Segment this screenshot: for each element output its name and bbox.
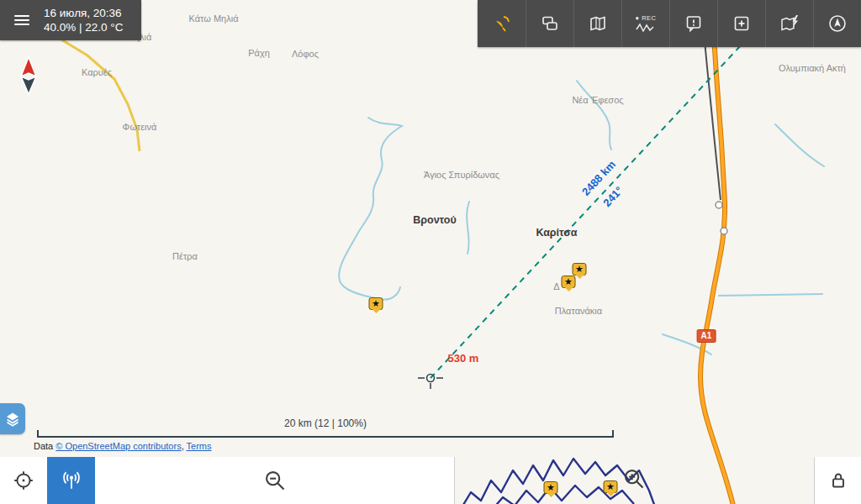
map-place-label: Βροντού bbox=[413, 214, 457, 226]
topbar-widgets: ● REC bbox=[478, 0, 861, 47]
battery-temperature-label: 40.0% | 22.0 °C bbox=[44, 20, 123, 34]
favorite-marker[interactable]: ★ bbox=[573, 263, 587, 276]
map-place-label: Νέα Έφεσος bbox=[572, 95, 623, 105]
map-place-label: Πέτρα bbox=[172, 251, 198, 261]
zoom-out-button[interactable] bbox=[95, 457, 454, 504]
datetime-label: 16 июля, 20:36 bbox=[44, 6, 123, 20]
offline-maps-button[interactable] bbox=[765, 0, 813, 47]
menu-button[interactable] bbox=[0, 0, 44, 40]
favorite-marker[interactable]: ★ bbox=[604, 480, 618, 493]
lock-icon bbox=[827, 470, 849, 491]
map-place-label: Άγιος Σπυρίδωνας bbox=[424, 170, 499, 180]
map-place-label: Κάτω Μηλιά bbox=[189, 13, 239, 24]
elevation-label: 530 m bbox=[448, 352, 479, 365]
waveform-icon bbox=[636, 23, 656, 33]
terms-link[interactable]: Terms bbox=[187, 441, 212, 451]
notes-widget-button[interactable] bbox=[526, 0, 573, 47]
scale-line bbox=[37, 430, 614, 438]
compass-rose[interactable] bbox=[16, 55, 41, 96]
map-place-label: Πλατανάκια bbox=[555, 306, 602, 316]
antenna-tracking-button[interactable] bbox=[47, 457, 95, 504]
topbar-status-widget: 16 июля, 20:36 40.0% | 22.0 °C bbox=[0, 0, 141, 40]
compass-arrow-icon bbox=[827, 13, 848, 34]
report-issue-button[interactable] bbox=[669, 0, 717, 47]
map-place-label: Ολυμπιακή Ακτή bbox=[779, 63, 846, 73]
antenna-broadcast-icon bbox=[61, 470, 82, 491]
map-app-screen: Κάτω ΜηλιάΜεσαία ΜηλιάΡάχηΛόφοςΚαρυέςΦωτ… bbox=[0, 0, 861, 504]
star-icon: ★ bbox=[564, 277, 573, 286]
map-place-label: Λόφος bbox=[292, 49, 319, 59]
hamburger-icon bbox=[12, 10, 32, 30]
add-widget-button[interactable] bbox=[717, 0, 765, 47]
plus-box-icon bbox=[732, 13, 752, 34]
zoom-out-icon bbox=[263, 469, 287, 492]
star-icon: ★ bbox=[575, 265, 584, 274]
zoom-in-icon bbox=[622, 467, 646, 491]
bottom-toolbar-left bbox=[0, 457, 455, 504]
road-badge-a1: A1 bbox=[697, 329, 716, 343]
map-scale-bar: 20 km (12 | 100%) bbox=[37, 417, 614, 438]
map-place-label: Ράχη bbox=[248, 48, 270, 58]
location-target-icon bbox=[13, 470, 34, 491]
navigation-compass-button[interactable] bbox=[813, 0, 861, 47]
notes-icon bbox=[540, 13, 560, 34]
map-place-label: Καρίτσα bbox=[536, 227, 577, 239]
compass-needle-icon bbox=[16, 55, 41, 96]
map-source-button[interactable] bbox=[573, 0, 621, 47]
star-icon: ★ bbox=[372, 299, 380, 308]
rec-label: ● REC bbox=[636, 14, 657, 22]
star-icon: ★ bbox=[547, 483, 555, 492]
scale-label: 20 km (12 | 100%) bbox=[37, 417, 614, 429]
map-icon bbox=[588, 13, 608, 34]
favorite-marker[interactable]: ★ bbox=[562, 276, 576, 288]
warning-bubble-icon bbox=[684, 13, 704, 34]
screen-lock-button[interactable] bbox=[814, 457, 861, 504]
favorite-marker[interactable]: ★ bbox=[544, 481, 558, 494]
map-flash-icon bbox=[779, 13, 800, 34]
my-location-button[interactable] bbox=[0, 457, 47, 504]
audio-rec-widget-button[interactable]: ● REC bbox=[621, 0, 669, 47]
zoom-in-button[interactable] bbox=[622, 467, 646, 494]
attribution-prefix: Data bbox=[34, 441, 55, 451]
osm-contributors-link[interactable]: © OpenStreetMap contributors bbox=[55, 441, 181, 451]
map-attribution: Data © OpenStreetMap contributors, Terms bbox=[34, 441, 212, 451]
gps-satellite-button[interactable] bbox=[478, 0, 526, 47]
map-place-label: Φωτεινά bbox=[123, 122, 157, 132]
map-place-label: Δ bbox=[553, 281, 559, 291]
favorite-marker[interactable]: ★ bbox=[369, 297, 383, 310]
quick-actions-tab[interactable] bbox=[0, 403, 25, 434]
gps-satellite-icon bbox=[492, 13, 512, 34]
star-icon: ★ bbox=[606, 482, 615, 491]
layers-icon bbox=[5, 412, 20, 427]
map-place-label: Καρυές bbox=[82, 67, 112, 77]
